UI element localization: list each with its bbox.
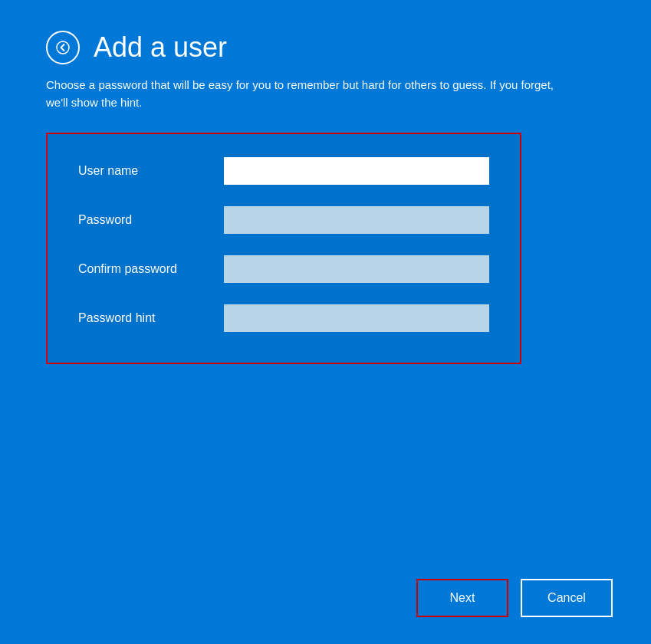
password-input[interactable]: [224, 206, 489, 234]
password-hint-row: Password hint: [78, 304, 489, 332]
page-title: Add a user: [94, 31, 227, 64]
page-container: Add a user Choose a password that will b…: [0, 0, 651, 644]
back-button[interactable]: [46, 31, 80, 64]
password-hint-label: Password hint: [78, 311, 224, 325]
password-row: Password: [78, 206, 489, 234]
next-button[interactable]: Next: [416, 579, 508, 617]
cancel-button[interactable]: Cancel: [521, 579, 613, 617]
password-hint-input[interactable]: [224, 304, 489, 332]
form-container: User name Password Confirm password Pass…: [46, 133, 521, 364]
username-input[interactable]: [224, 157, 489, 185]
bottom-buttons: Next Cancel: [416, 579, 613, 617]
username-label: User name: [78, 164, 224, 178]
subtitle: Choose a password that will be easy for …: [46, 77, 567, 111]
password-label: Password: [78, 213, 224, 227]
header: Add a user: [46, 31, 605, 64]
confirm-password-row: Confirm password: [78, 255, 489, 283]
confirm-password-input[interactable]: [224, 255, 489, 283]
confirm-password-label: Confirm password: [78, 262, 224, 276]
username-row: User name: [78, 157, 489, 185]
svg-point-0: [57, 41, 69, 54]
